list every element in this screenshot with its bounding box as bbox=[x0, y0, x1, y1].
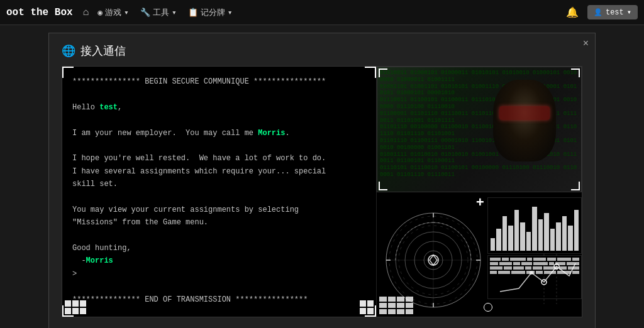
figure-face bbox=[493, 80, 556, 161]
grid-square bbox=[388, 309, 396, 314]
grid-square bbox=[379, 297, 387, 302]
grid-sq bbox=[80, 308, 86, 314]
plus-indicator: + bbox=[476, 195, 484, 211]
scoreboard-icon: 📋 bbox=[188, 8, 198, 18]
grid-sq bbox=[72, 300, 79, 307]
bar bbox=[568, 226, 572, 251]
corner-tr bbox=[365, 67, 376, 78]
transmission-panel: *************** BEGIN SECURE COMMUNIQUE … bbox=[62, 66, 582, 317]
visual-panel: 01010011 01000101 01000011 01010101 0101… bbox=[377, 67, 582, 317]
grid-squares bbox=[377, 294, 416, 317]
grid-sq bbox=[367, 300, 374, 307]
user-chevron-icon: ▾ bbox=[627, 8, 631, 17]
bar bbox=[508, 226, 513, 251]
bar bbox=[556, 222, 560, 251]
photo-frame: 01010011 01000101 01000011 01010101 0101… bbox=[377, 67, 582, 192]
bar bbox=[562, 216, 567, 251]
modal-container: × 🌐 接入通信 ******** bbox=[48, 33, 596, 328]
modal-title-row: 🌐 接入通信 bbox=[62, 43, 582, 58]
grid-square bbox=[397, 309, 404, 314]
small-circle bbox=[484, 303, 492, 312]
bar bbox=[550, 229, 555, 251]
bell-icon[interactable]: 🔔 bbox=[566, 6, 579, 19]
bar bbox=[544, 213, 548, 251]
chevron-down-icon: ▾ bbox=[124, 8, 129, 18]
photo-corner-tl bbox=[379, 68, 387, 77]
tools-icon: 🔧 bbox=[140, 8, 150, 18]
nav-item-scoreboard[interactable]: 📋 记分牌 ▾ bbox=[188, 7, 233, 18]
grid-sq bbox=[72, 308, 79, 314]
figure-glasses bbox=[499, 106, 550, 120]
bar bbox=[526, 232, 531, 251]
nav-brand: oot the Box bbox=[6, 7, 73, 18]
grid-sq bbox=[360, 300, 366, 307]
navbar: oot the Box ⌂ ◉ 游戏 ▾ 🔧 工具 ▾ 📋 记分牌 ▾ 🔔 te… bbox=[0, 0, 644, 25]
user-label: test bbox=[606, 8, 624, 17]
bar bbox=[496, 229, 501, 251]
lower-visual: + bbox=[377, 192, 582, 317]
nav-right: 🔔 test ▾ bbox=[566, 5, 638, 19]
grid-square bbox=[397, 303, 404, 308]
text-area: *************** BEGIN SECURE COMMUNIQUE … bbox=[62, 67, 377, 317]
grid-square bbox=[406, 303, 413, 308]
grid-square bbox=[379, 303, 387, 308]
nav-item-games[interactable]: ◉ 游戏 ▾ bbox=[97, 7, 129, 18]
grid-square bbox=[397, 297, 404, 302]
modal-title: 接入通信 bbox=[80, 43, 126, 58]
photo-bg: 01010011 01000101 01000011 01010101 0101… bbox=[377, 67, 581, 192]
grid-square bbox=[379, 309, 387, 314]
close-button[interactable]: × bbox=[583, 38, 589, 48]
grid-square bbox=[388, 303, 396, 308]
chevron-down-icon-score: ▾ bbox=[228, 8, 233, 18]
grid-square bbox=[406, 309, 413, 314]
photo-corner-bl bbox=[379, 182, 387, 190]
left-bottom-grid bbox=[62, 298, 89, 317]
path-svg bbox=[494, 254, 582, 304]
bar bbox=[502, 216, 507, 251]
chevron-down-icon-tools: ▾ bbox=[172, 8, 177, 18]
corner-tl bbox=[62, 67, 74, 78]
photo-corner-tr bbox=[571, 68, 580, 77]
games-icon: ◉ bbox=[97, 8, 103, 18]
message-text: *************** BEGIN SECURE COMMUNIQUE … bbox=[72, 75, 366, 306]
photo-corner-br bbox=[571, 182, 580, 190]
svg-point-17 bbox=[530, 271, 533, 275]
grid-sq bbox=[80, 300, 86, 307]
grid-sq bbox=[65, 308, 71, 314]
bar bbox=[514, 210, 519, 251]
globe-icon: 🌐 bbox=[62, 44, 75, 58]
bar bbox=[538, 219, 543, 251]
bar bbox=[520, 222, 525, 251]
bar-chart bbox=[487, 197, 582, 254]
bar bbox=[532, 207, 536, 251]
right-bottom-grid bbox=[357, 298, 376, 317]
nav-item-tools[interactable]: 🔧 工具 ▾ bbox=[140, 7, 177, 18]
user-badge[interactable]: test ▾ bbox=[587, 5, 638, 19]
grid-sq bbox=[65, 300, 71, 307]
grid-square bbox=[388, 297, 396, 302]
grid-sq bbox=[367, 308, 374, 314]
grid-square bbox=[406, 297, 413, 302]
home-icon[interactable]: ⌂ bbox=[83, 7, 89, 18]
bar bbox=[574, 210, 579, 251]
bar bbox=[491, 238, 495, 251]
grid-sq bbox=[360, 308, 366, 314]
